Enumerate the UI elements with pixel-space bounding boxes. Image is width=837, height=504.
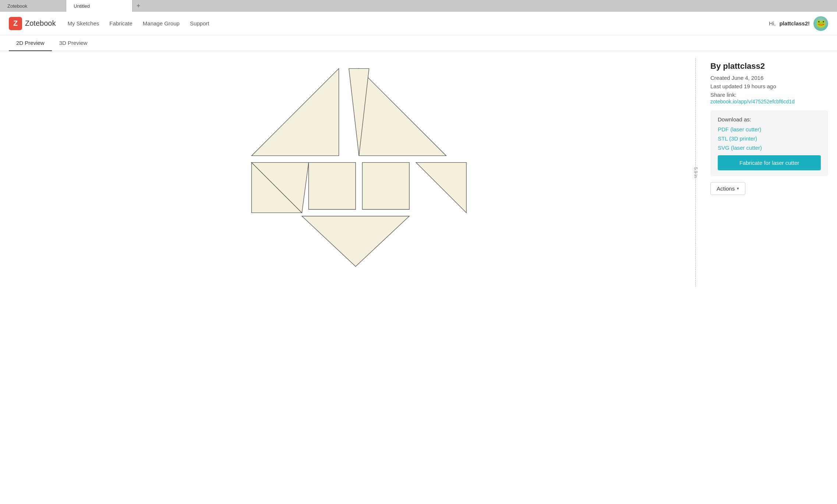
actions-button[interactable]: Actions ▾ (710, 182, 745, 195)
download-label: Download as: (718, 116, 821, 123)
avatar-image: 🐸 (813, 16, 828, 31)
main-content: 5.9 in By plattclass2 Created June 4, 20… (0, 51, 837, 294)
fabricate-button[interactable]: Fabricate for laser cutter (718, 155, 821, 170)
svg-marker-5 (416, 163, 466, 213)
browser-tab-label-2: Untitled (74, 3, 90, 9)
nav-link-support[interactable]: Support (190, 20, 209, 26)
new-tab-icon: + (137, 2, 141, 10)
nav-link-manage-group[interactable]: Manage Group (143, 20, 180, 26)
share-link[interactable]: zotebook.io/app/v/475252efcbf6cd1d (710, 99, 828, 104)
author-heading: By plattclass2 (710, 61, 828, 71)
browser-tabs: Zotebook Untitled + (0, 0, 837, 12)
canvas-area: 5.9 in (9, 58, 696, 287)
author-name: plattclass2 (723, 61, 765, 71)
logo-icon: Z (9, 17, 22, 30)
updated-time: Last updated 19 hours ago (710, 83, 828, 89)
nav-user: Hi, plattclass2! 🐸 (769, 16, 828, 31)
tab-2d-preview[interactable]: 2D Preview (9, 35, 52, 51)
nav-link-my-sketches[interactable]: My Sketches (67, 20, 99, 26)
svg-marker-4 (362, 163, 409, 210)
download-svg[interactable]: SVG (laser cutter) (718, 145, 821, 151)
logo-text: Zotebook (25, 19, 56, 28)
avatar[interactable]: 🐸 (813, 16, 828, 31)
browser-tab-label-1: Zotebook (7, 3, 27, 9)
caret-icon: ▾ (737, 186, 739, 191)
nav-links: My Sketches Fabricate Manage Group Suppo… (67, 20, 769, 26)
svg-marker-1 (359, 68, 446, 156)
author-prefix: By (710, 61, 723, 71)
svg-marker-3 (308, 163, 356, 210)
tangram-svg (9, 58, 696, 287)
svg-marker-0 (251, 68, 339, 156)
download-box: Download as: PDF (laser cutter) STL (3D … (710, 110, 828, 176)
browser-tab-zotebook[interactable]: Zotebook (0, 0, 66, 12)
download-stl[interactable]: STL (3D printer) (718, 135, 821, 142)
preview-tabs: 2D Preview 3D Preview (0, 35, 837, 51)
browser-tab-untitled[interactable]: Untitled (66, 0, 133, 12)
nav-username: plattclass2! (779, 20, 810, 26)
created-date: Created June 4, 2016 (710, 75, 828, 81)
tab-3d-preview[interactable]: 3D Preview (52, 35, 95, 51)
dimension-label: 5.9 in (693, 167, 698, 178)
nav-greeting: Hi, (769, 20, 776, 26)
new-tab-button[interactable]: + (133, 0, 144, 12)
sidebar-info: By plattclass2 Created June 4, 2016 Last… (710, 58, 828, 287)
navbar: Z Zotebook My Sketches Fabricate Manage … (0, 12, 837, 35)
actions-label: Actions (717, 185, 735, 192)
nav-link-fabricate[interactable]: Fabricate (109, 20, 133, 26)
svg-marker-6 (302, 216, 409, 267)
share-label: Share link: (710, 92, 828, 98)
canvas-svg: 5.9 in (9, 58, 696, 287)
download-pdf[interactable]: PDF (laser cutter) (718, 126, 821, 132)
logo-container[interactable]: Z Zotebook (9, 17, 56, 30)
